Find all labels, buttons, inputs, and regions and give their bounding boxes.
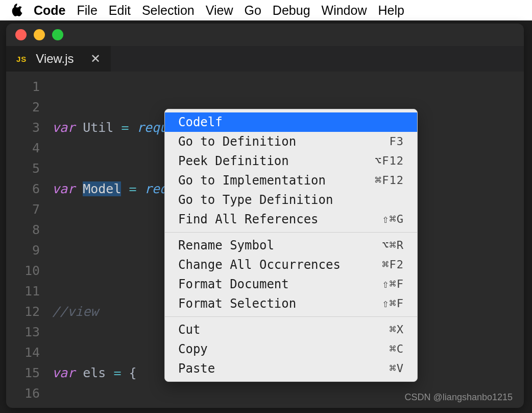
context-menu-item-shortcut: ⌘F12 bbox=[375, 170, 404, 191]
line-number: 5 bbox=[6, 158, 40, 179]
context-menu-item-shortcut: ⇧⌘G bbox=[382, 209, 404, 230]
context-menu-item-label: Format Document bbox=[178, 274, 289, 294]
line-number: 11 bbox=[6, 281, 40, 302]
context-menu-item-label: Format Selection bbox=[178, 293, 296, 314]
context-menu-item[interactable]: Paste⌘V bbox=[165, 359, 417, 378]
context-menu-item-label: Go to Definition bbox=[178, 131, 296, 152]
menubar-app-name[interactable]: Code bbox=[34, 3, 66, 18]
context-menu-item[interactable]: Format Document⇧⌘F bbox=[165, 274, 417, 294]
line-number: 1 bbox=[6, 77, 40, 97]
mac-menubar: Code File Edit Selection View Go Debug W… bbox=[0, 0, 532, 20]
context-menu-item-label: Paste bbox=[178, 358, 215, 379]
context-menu-item-shortcut: ⌘F2 bbox=[382, 255, 404, 275]
context-menu-item[interactable]: Go to Type Definition bbox=[165, 190, 417, 210]
editor: 1 2 3 4 5 6 7 8 9 10 11 12 13 14 15 16 v… bbox=[6, 72, 524, 408]
menubar-item-help[interactable]: Help bbox=[378, 3, 404, 18]
close-icon[interactable]: ✕ bbox=[90, 52, 101, 66]
line-number: 9 bbox=[6, 240, 40, 261]
context-menu-separator bbox=[165, 232, 417, 233]
context-menu-item-label: Copy bbox=[178, 339, 208, 359]
menubar-item-window[interactable]: Window bbox=[322, 3, 367, 18]
line-number: 4 bbox=[6, 138, 40, 158]
editor-window: JS View.js ✕ 1 2 3 4 5 6 7 8 9 10 11 12 … bbox=[6, 24, 524, 408]
context-menu-item[interactable]: Format Selection⇧⌘F bbox=[165, 294, 417, 313]
context-menu-item[interactable]: Copy⌘C bbox=[165, 339, 417, 359]
tab-label: View.js bbox=[36, 52, 74, 66]
js-file-icon: JS bbox=[16, 55, 27, 63]
line-number: 13 bbox=[6, 322, 40, 342]
line-number: 16 bbox=[6, 383, 40, 404]
context-menu-item-shortcut: ⌥F12 bbox=[375, 151, 404, 171]
menubar-item-selection[interactable]: Selection bbox=[142, 3, 195, 18]
context-menu-item[interactable]: Find All References⇧⌘G bbox=[165, 210, 417, 229]
gutter: 1 2 3 4 5 6 7 8 9 10 11 12 13 14 15 16 bbox=[6, 77, 52, 408]
context-menu-item-shortcut: ⌘V bbox=[390, 358, 404, 379]
tab-view-js[interactable]: JS View.js ✕ bbox=[6, 46, 111, 72]
line-number: 8 bbox=[6, 220, 40, 240]
context-menu-item[interactable]: Codelf bbox=[165, 112, 417, 132]
traffic-zoom-icon[interactable] bbox=[52, 29, 63, 40]
traffic-minimize-icon[interactable] bbox=[34, 29, 45, 40]
context-menu-item-shortcut: ⇧⌘F bbox=[382, 293, 404, 314]
menubar-item-file[interactable]: File bbox=[77, 3, 98, 18]
context-menu-item[interactable]: Go to DefinitionF3 bbox=[165, 132, 417, 151]
context-menu-item[interactable]: Rename Symbol⌥⌘R bbox=[165, 236, 417, 255]
watermark: CSDN @liangshanbo1215 bbox=[405, 392, 513, 403]
context-menu-separator bbox=[165, 316, 417, 317]
context-menu-item-shortcut: ⌘C bbox=[390, 339, 404, 359]
context-menu: CodelfGo to DefinitionF3Peek Definition⌥… bbox=[164, 109, 418, 382]
line-number: 14 bbox=[6, 342, 40, 363]
context-menu-item-shortcut: ⌥⌘R bbox=[382, 235, 404, 256]
line-number: 3 bbox=[6, 118, 40, 138]
context-menu-item-label: Change All Occurrences bbox=[178, 255, 341, 275]
menubar-item-debug[interactable]: Debug bbox=[273, 3, 310, 18]
context-menu-item[interactable]: Peek Definition⌥F12 bbox=[165, 151, 417, 171]
context-menu-item[interactable]: Change All Occurrences⌘F2 bbox=[165, 255, 417, 274]
menubar-item-go[interactable]: Go bbox=[245, 3, 261, 18]
line-number: 15 bbox=[6, 363, 40, 383]
line-number: 12 bbox=[6, 302, 40, 322]
line-number: 6 bbox=[6, 179, 40, 199]
context-menu-item-label: Peek Definition bbox=[178, 151, 289, 171]
context-menu-item-label: Rename Symbol bbox=[178, 235, 274, 256]
code-area[interactable]: var Util = require('Util.js'); var Model… bbox=[52, 77, 524, 408]
context-menu-item-shortcut: F3 bbox=[390, 131, 404, 152]
menubar-item-view[interactable]: View bbox=[206, 3, 233, 18]
context-menu-item-label: Go to Implementation bbox=[178, 170, 326, 191]
titlebar bbox=[6, 24, 524, 46]
line-number: 2 bbox=[6, 97, 40, 118]
menubar-item-edit[interactable]: Edit bbox=[109, 3, 131, 18]
line-number: 7 bbox=[6, 199, 40, 220]
traffic-close-icon[interactable] bbox=[15, 29, 27, 40]
context-menu-item-shortcut: ⌘X bbox=[390, 319, 404, 340]
context-menu-item-label: Codelf bbox=[178, 112, 223, 132]
tabs: JS View.js ✕ bbox=[6, 46, 524, 72]
context-menu-item-label: Find All References bbox=[178, 209, 319, 230]
context-menu-item-label: Go to Type Definition bbox=[178, 190, 333, 210]
context-menu-item-shortcut: ⇧⌘F bbox=[382, 274, 404, 294]
context-menu-item[interactable]: Cut⌘X bbox=[165, 320, 417, 339]
context-menu-item-label: Cut bbox=[178, 319, 200, 340]
line-number: 10 bbox=[6, 261, 40, 281]
context-menu-item[interactable]: Go to Implementation⌘F12 bbox=[165, 171, 417, 190]
apple-icon bbox=[9, 4, 22, 17]
